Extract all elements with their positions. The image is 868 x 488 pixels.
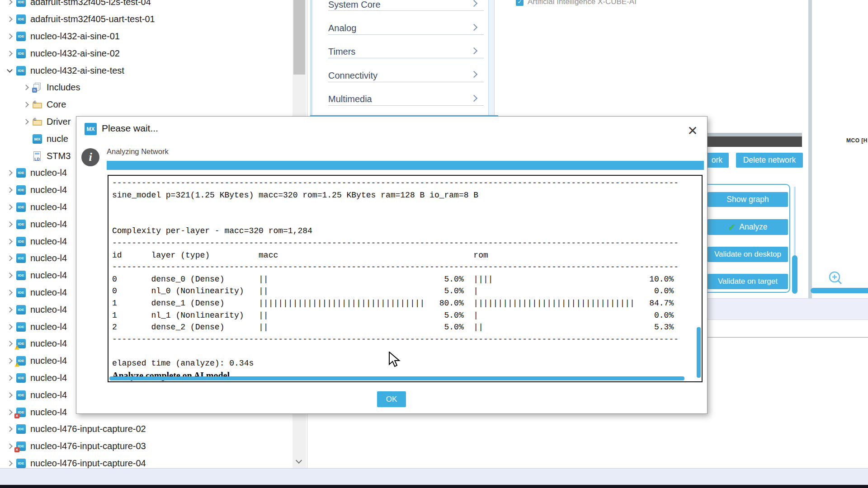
tree-item-label: nucleo-l476-input-capture-03: [30, 441, 146, 451]
tree-item[interactable]: CCore: [0, 96, 292, 113]
tree-item-label: adafruit-stm32f405-i2s-test-04: [30, 0, 151, 7]
chevron-down-icon[interactable]: [5, 70, 16, 72]
category-label: Connectivity: [328, 70, 377, 81]
dialog-close-button[interactable]: ✕: [684, 122, 701, 139]
chevron-right-icon[interactable]: [5, 222, 16, 226]
chevron-right-icon[interactable]: [5, 52, 16, 56]
ide-project-icon: IDE✕: [16, 408, 26, 417]
tree-item-label: nucleo-l476-input-capture-02: [30, 424, 146, 434]
chevron-right-icon[interactable]: [5, 342, 16, 346]
validate-on-target-button[interactable]: Validate on target: [708, 274, 788, 289]
chevron-right-icon: [471, 47, 478, 55]
error-overlay-icon: ✕: [14, 447, 19, 452]
ai-pack-checkbox[interactable]: ✓: [516, 0, 524, 6]
categories-list: System CoreAnalogTimersConnectivityMulti…: [310, 0, 498, 111]
category-divider: [328, 105, 484, 106]
category-item-system-core[interactable]: System Core: [310, 0, 498, 16]
category-label: Analog: [328, 23, 356, 33]
tree-item[interactable]: IDEnucleo-l476-input-capture-04: [0, 455, 292, 468]
ide-project-icon: IDE: [16, 237, 26, 246]
chevron-right-icon[interactable]: [5, 291, 16, 295]
console-horizontal-scrollbar[interactable]: [109, 376, 684, 380]
tree-item-label: nucleo-l4: [30, 322, 67, 332]
tree-item-label: STM3: [47, 151, 71, 161]
chevron-right-icon[interactable]: [5, 171, 16, 175]
network-scrollbar-thumb[interactable]: [792, 255, 797, 294]
chevron-right-icon[interactable]: [5, 0, 16, 4]
chevron-right-icon[interactable]: [5, 427, 16, 431]
source-folder-icon: C: [33, 100, 42, 109]
chevron-right-icon[interactable]: [5, 188, 16, 192]
status-bar: [0, 468, 868, 485]
ide-project-icon: IDE!: [16, 339, 26, 348]
tree-item[interactable]: IDEnucleo-l432-ai-sine-test: [0, 62, 292, 79]
delete-network-button[interactable]: Delete network: [736, 153, 803, 168]
chevron-right-icon[interactable]: [5, 34, 16, 38]
tree-item-label: Driver: [47, 117, 71, 127]
ide-project-icon: IDE: [16, 288, 26, 297]
tree-item-label: nucleo-l4: [30, 202, 67, 212]
category-item-connectivity[interactable]: Connectivity: [310, 64, 498, 87]
ide-project-icon: IDE: [16, 322, 26, 332]
progress-bar: [107, 161, 704, 170]
tree-item-label: nucleo-l4: [30, 270, 67, 281]
cubemx-file-icon: MX: [33, 134, 42, 144]
validate-on-desktop-button[interactable]: Validate on desktop: [708, 247, 788, 262]
chevron-right-icon[interactable]: [5, 256, 16, 260]
linker-script-icon: LD: [33, 151, 42, 161]
tree-item-label: nucleo-l4: [30, 305, 67, 315]
tree-item[interactable]: IDEnucleo-l432-ai-sine-01: [0, 28, 292, 45]
tree-item-label: nucleo-l4: [30, 338, 67, 349]
chevron-right-icon[interactable]: [5, 376, 16, 380]
tree-item[interactable]: IDEadafruit-stm32f405-i2s-test-04: [0, 0, 292, 11]
tree-item[interactable]: hIncludes: [0, 79, 292, 96]
chevron-right-icon[interactable]: [5, 308, 16, 312]
ide-project-icon: IDE: [16, 390, 26, 400]
panel-divider[interactable]: [808, 0, 812, 299]
chevron-right-icon[interactable]: [21, 103, 33, 107]
chevron-right-icon: [471, 23, 478, 31]
category-item-analog[interactable]: Analog: [310, 16, 498, 40]
tree-item[interactable]: IDEadafruit-stm32f405-uart-test-01: [0, 11, 292, 28]
analyze-button[interactable]: ✓ Analyze: [708, 219, 788, 235]
chevron-right-icon[interactable]: [5, 205, 16, 209]
source-folder-icon: C: [33, 117, 42, 127]
explorer-scrollbar-thumb[interactable]: [293, 0, 305, 75]
chevron-right-icon[interactable]: [5, 273, 16, 277]
mco-clock-label: MCO [H: [846, 137, 868, 144]
category-item-timers[interactable]: Timers: [310, 40, 498, 64]
chevron-right-icon[interactable]: [5, 239, 16, 244]
chevron-right-icon[interactable]: [5, 393, 16, 397]
tree-item-label: nucleo-l432-ai-sine-01: [30, 31, 120, 42]
tree-item[interactable]: IDE✕nucleo-l476-input-capture-03: [0, 438, 292, 455]
category-label: System Core: [328, 0, 381, 10]
tree-item[interactable]: IDEnucleo-l476-input-capture-02: [0, 421, 292, 438]
scrollbar-down-arrow-icon[interactable]: [296, 457, 302, 464]
chevron-right-icon[interactable]: [5, 359, 16, 363]
ide-project-icon: IDE: [16, 0, 26, 7]
chevron-right-icon[interactable]: [5, 325, 16, 329]
tree-item-label: nucleo-l4: [30, 219, 67, 230]
horizontal-scrollbar[interactable]: [811, 288, 868, 293]
chevron-right-icon[interactable]: [21, 120, 33, 124]
peripheral-categories-panel: System CoreAnalogTimersConnectivityMulti…: [310, 0, 498, 117]
console-vertical-scrollbar-thumb[interactable]: [697, 327, 701, 378]
ide-project-icon: IDE!: [16, 356, 26, 366]
includes-icon: h: [33, 83, 42, 92]
analysis-console: ----------------------------------------…: [108, 175, 703, 382]
chevron-right-icon[interactable]: [5, 17, 16, 21]
ide-project-icon: IDE: [16, 14, 26, 24]
category-divider: [328, 58, 484, 58]
categories-scrollbar[interactable]: [488, 0, 495, 117]
software-pack-row[interactable]: ✓ Artificial Intelligence X-CUBE-AI: [516, 0, 637, 6]
chevron-right-icon[interactable]: [5, 461, 16, 465]
chevron-right-icon[interactable]: [21, 85, 33, 89]
zoom-in-icon[interactable]: [827, 270, 844, 289]
category-item-multimedia[interactable]: Multimedia: [310, 88, 498, 111]
ok-button[interactable]: OK: [377, 391, 406, 407]
tree-item-label: nucle: [47, 134, 68, 144]
show-graph-button[interactable]: Show graph: [708, 192, 788, 207]
ide-project-icon: IDE: [16, 66, 26, 75]
tree-item[interactable]: IDEnucleo-l432-ai-sine-02: [0, 45, 292, 62]
ide-project-icon: IDE: [16, 424, 26, 434]
